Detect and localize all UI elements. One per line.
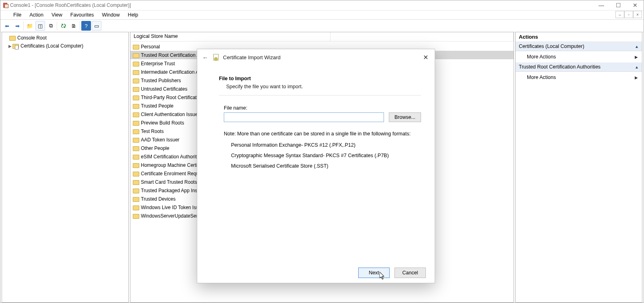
- list-header: Logical Store Name: [130, 32, 514, 42]
- folder-icon: [133, 171, 139, 176]
- list-item-label: Untrusted Certificates: [141, 86, 187, 92]
- mdi-minimize[interactable]: –: [615, 11, 624, 18]
- folder-icon: [133, 162, 139, 168]
- dialog-close-button[interactable]: ✕: [419, 51, 431, 63]
- actions-group-header-label: Trusted Root Certification Authorities: [519, 64, 601, 70]
- folder-icon: [133, 78, 139, 83]
- list-item-label: eSIM Certification Authorities: [141, 154, 203, 160]
- folder-icon: [133, 188, 139, 193]
- show-hide-tree-icon[interactable]: ◫: [35, 21, 45, 31]
- nav-forward-icon[interactable]: ➡: [12, 21, 22, 31]
- folder-icon: [133, 112, 139, 117]
- dialog-title: Certificate Import Wizard: [223, 54, 281, 60]
- column-spacer: [330, 32, 514, 41]
- dialog-section-title: File to Import: [219, 76, 421, 81]
- chevron-right-icon: ▶: [635, 55, 638, 59]
- mmc-app-icon: [2, 2, 8, 8]
- dialog-divider: [219, 95, 421, 95]
- folder-icon: [133, 129, 139, 134]
- view-options-icon[interactable]: ▭: [92, 21, 101, 31]
- export-list-icon[interactable]: 🗎: [69, 21, 78, 31]
- folder-icon: [133, 137, 139, 143]
- chevron-right-icon: ▶: [635, 75, 638, 80]
- tree-certificates-label: Certificates (Local Computer): [21, 43, 83, 49]
- collapse-arrow-icon: ▲: [635, 65, 639, 69]
- dialog-note-item: Personal Information Exchange- PKCS #12 …: [231, 142, 421, 148]
- actions-item-label: More Actions: [527, 54, 556, 60]
- up-one-level-icon[interactable]: 📁: [25, 21, 35, 31]
- menu-window[interactable]: Window: [98, 11, 124, 19]
- tree-root-label: Console Root: [17, 35, 47, 41]
- mdi-restore[interactable]: ▫: [624, 11, 633, 18]
- close-button[interactable]: ✕: [627, 0, 644, 10]
- actions-group-header[interactable]: Trusted Root Certification Authorities▲: [516, 62, 642, 72]
- folder-icon: [133, 179, 139, 185]
- dialog-note-item: Cryptographic Message Syntax Standard- P…: [231, 153, 421, 158]
- help-icon[interactable]: ?: [81, 21, 91, 31]
- actions-group-header[interactable]: Certificates (Local Computer)▲: [516, 42, 642, 51]
- actions-item-label: More Actions: [527, 75, 556, 80]
- title-bar: Console1 - [Console Root\Certificates (L…: [0, 0, 644, 10]
- list-item-label: Test Roots: [141, 129, 164, 134]
- dialog-title-bar: ← Certificate Import Wizard ✕: [197, 49, 435, 65]
- column-logical-store-name[interactable]: Logical Store Name: [130, 32, 330, 41]
- menu-bar: File Action View Favourites Window Help …: [0, 10, 644, 20]
- tree-certificates[interactable]: ▶ Certificates (Local Computer): [4, 42, 126, 50]
- folder-icon: [133, 196, 139, 202]
- maximize-button[interactable]: ☐: [610, 0, 627, 10]
- dialog-back-button[interactable]: ←: [200, 52, 210, 62]
- folder-icon: [133, 86, 139, 92]
- list-item-label: Preview Build Roots: [141, 120, 184, 126]
- menu-favourites[interactable]: Favourites: [66, 11, 98, 19]
- certificates-icon: [12, 43, 19, 49]
- browse-button[interactable]: Browse...: [389, 112, 421, 122]
- chevron-right-icon[interactable]: ▶: [8, 44, 12, 48]
- menu-action[interactable]: Action: [25, 11, 47, 19]
- list-item-label: Smart Card Trusted Roots: [141, 179, 197, 185]
- folder-icon: [133, 120, 139, 126]
- list-item-label: Trusted Publishers: [141, 78, 181, 83]
- list-item-label: Enterprise Trust: [141, 61, 175, 66]
- certificate-import-wizard-dialog: ← Certificate Import Wizard ✕ File to Im…: [197, 49, 435, 283]
- list-item-label: Trusted People: [141, 103, 173, 109]
- collapse-arrow-icon: ▲: [635, 44, 639, 49]
- next-button[interactable]: Next: [358, 268, 390, 278]
- dialog-note-lead: Note: More than one certificate can be s…: [224, 131, 421, 137]
- folder-icon: [133, 95, 139, 100]
- mdi-controls: – ▫ ×: [615, 11, 642, 18]
- folder-icon: [133, 145, 139, 151]
- mmc-window: Console1 - [Console Root\Certificates (L…: [0, 0, 644, 303]
- list-item-label: Personal: [141, 44, 160, 50]
- copy-icon[interactable]: ⧉: [46, 21, 56, 31]
- actions-item[interactable]: More Actions▶: [516, 72, 642, 83]
- menu-file[interactable]: File: [9, 11, 25, 19]
- folder-icon: [133, 205, 139, 210]
- menu-view[interactable]: View: [47, 11, 66, 19]
- refresh-icon[interactable]: 🗘: [58, 21, 68, 31]
- folder-icon: [133, 154, 139, 160]
- file-name-input[interactable]: [224, 112, 384, 122]
- folder-icon: [133, 103, 139, 109]
- minimize-button[interactable]: —: [593, 0, 610, 10]
- list-item-label: AAD Token Issuer: [141, 137, 180, 143]
- list-item-label: Other People: [141, 145, 169, 151]
- folder-icon: [133, 69, 139, 75]
- cancel-button[interactable]: Cancel: [394, 268, 426, 278]
- window-title: Console1 - [Console Root\Certificates (L…: [10, 2, 131, 8]
- actions-item[interactable]: More Actions▶: [516, 51, 642, 62]
- mdi-close[interactable]: ×: [633, 11, 642, 18]
- dialog-section-subtitle: Specify the file you want to import.: [226, 84, 421, 89]
- tree-root[interactable]: Console Root: [4, 34, 126, 42]
- folder-icon: [9, 35, 16, 41]
- menu-help[interactable]: Help: [124, 11, 142, 19]
- list-item-label: Trusted Devices: [141, 196, 175, 202]
- folder-icon: [133, 52, 139, 58]
- certificate-wizard-icon: [213, 54, 220, 61]
- dialog-body: File to Import Specify the file you want…: [197, 65, 435, 263]
- actions-pane: Actions Certificates (Local Computer)▲Mo…: [515, 32, 642, 303]
- dialog-note-item: Microsoft Serialised Certificate Store (…: [231, 163, 421, 169]
- file-name-label: File name:: [224, 105, 421, 111]
- folder-icon: [133, 44, 139, 50]
- nav-back-icon[interactable]: ⬅: [2, 21, 12, 31]
- toolbar: ⬅ ➡ 📁 ◫ ⧉ 🗘 🗎 ? ▭: [0, 20, 644, 32]
